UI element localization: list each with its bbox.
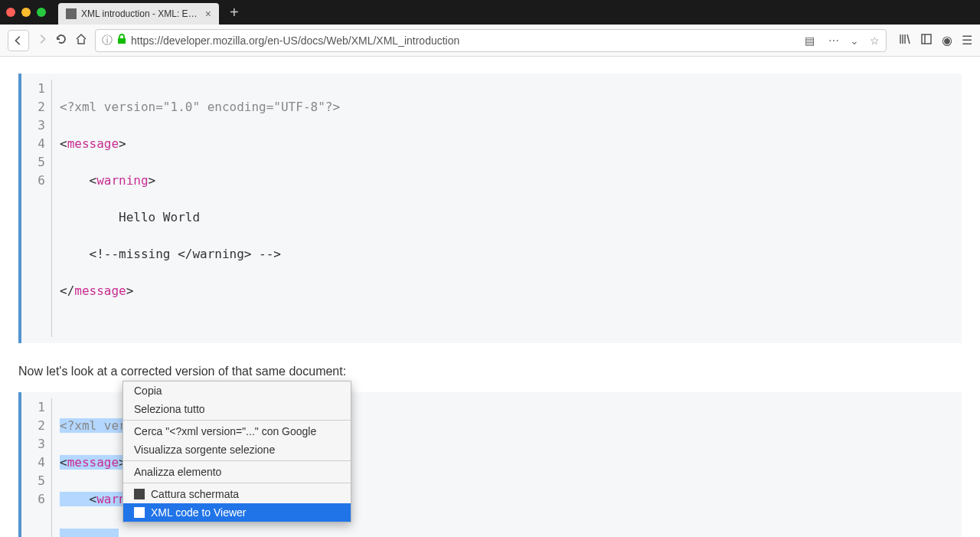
menu-select-all[interactable]: Seleziona tutto <box>123 400 351 418</box>
lock-icon <box>117 34 126 47</box>
context-menu: Copia Seleziona tutto Cerca "<?xml versi… <box>122 381 351 522</box>
menu-xml-viewer[interactable]: XML code to Viewer <box>123 503 351 522</box>
line-number: 6 <box>21 490 45 509</box>
minimize-window-button[interactable] <box>21 8 31 17</box>
line-number: 4 <box>21 454 45 472</box>
reload-button[interactable] <box>55 33 67 48</box>
site-info-icon[interactable]: ⓘ <box>102 34 113 47</box>
xml-declaration: <?xml version="1.0" encoding="UTF-8"?> <box>60 100 340 114</box>
pocket-icon[interactable]: ⌄ <box>850 34 859 47</box>
scissors-icon <box>134 489 145 499</box>
page-content: 1 2 3 4 5 6 <?xml version="1.0" encoding… <box>0 57 980 537</box>
menu-icon[interactable]: ☰ <box>962 33 972 47</box>
library-icon[interactable] <box>899 33 911 48</box>
new-tab-button[interactable]: + <box>230 4 239 21</box>
line-number: 2 <box>21 98 45 116</box>
extension-icon[interactable]: ◉ <box>942 33 952 47</box>
arrow-left-icon <box>13 35 24 46</box>
line-number: 3 <box>21 116 45 135</box>
menu-divider <box>123 460 351 461</box>
reader-mode-icon[interactable]: ▤ <box>805 34 815 47</box>
code-text[interactable]: <?xml version="1.0" encoding="UTF-8"?> <… <box>52 80 340 337</box>
menu-divider <box>123 420 351 421</box>
tag-name: message <box>67 455 119 470</box>
tag-name: message <box>67 136 119 151</box>
toolbar-right: ◉ ☰ <box>899 33 972 48</box>
svg-rect-1 <box>922 34 931 44</box>
svg-rect-0 <box>118 38 126 44</box>
line-number: 1 <box>21 80 45 98</box>
menu-divider <box>123 483 351 483</box>
line-number: 5 <box>21 153 45 172</box>
home-icon <box>75 33 87 45</box>
home-button[interactable] <box>75 33 87 48</box>
menu-view-source[interactable]: Visualizza sorgente selezione <box>123 440 351 459</box>
menu-copy[interactable]: Copia <box>123 381 351 400</box>
sidebar-icon[interactable] <box>920 33 933 48</box>
menu-search-google[interactable]: Cerca "<?xml version="..." con Google <box>123 422 351 440</box>
arrow-right-icon <box>37 34 47 44</box>
url-bar[interactable]: ⓘ https://developer.mozilla.org/en-US/do… <box>95 29 887 52</box>
traffic-lights <box>6 8 46 17</box>
browser-toolbar: ⓘ https://developer.mozilla.org/en-US/do… <box>0 25 980 57</box>
line-number: 1 <box>21 398 45 417</box>
browser-tab[interactable]: XML introduction - XML: Extens × <box>58 3 219 25</box>
menu-screenshot[interactable]: Cattura schermata <box>123 485 351 503</box>
close-window-button[interactable] <box>6 8 15 17</box>
window-titlebar: XML introduction - XML: Extens × + <box>0 0 980 25</box>
forward-button[interactable] <box>37 34 47 47</box>
paragraph: Now let's look at a corrected version of… <box>18 362 962 381</box>
tab-title: XML introduction - XML: Extens <box>81 8 199 19</box>
menu-inspect-element[interactable]: Analizza elemento <box>123 463 351 481</box>
line-number: 5 <box>21 472 45 490</box>
tab-favicon-icon <box>66 8 77 19</box>
line-number: 2 <box>21 417 45 435</box>
line-number: 6 <box>21 172 45 190</box>
back-button[interactable] <box>8 30 29 51</box>
tag-name: message <box>74 283 126 298</box>
xml-icon <box>134 507 145 518</box>
line-number: 4 <box>21 135 45 153</box>
close-tab-icon[interactable]: × <box>205 8 211 20</box>
bookmark-star-icon[interactable]: ☆ <box>870 34 880 47</box>
line-number: 3 <box>21 435 45 454</box>
code-block-1: 1 2 3 4 5 6 <?xml version="1.0" encoding… <box>18 74 962 343</box>
url-text: https://developer.mozilla.org/en-US/docs… <box>131 34 800 47</box>
maximize-window-button[interactable] <box>37 8 46 17</box>
reload-icon <box>55 33 67 45</box>
page-actions-icon[interactable]: ⋯ <box>828 34 839 47</box>
tag-name: warning <box>96 173 148 188</box>
